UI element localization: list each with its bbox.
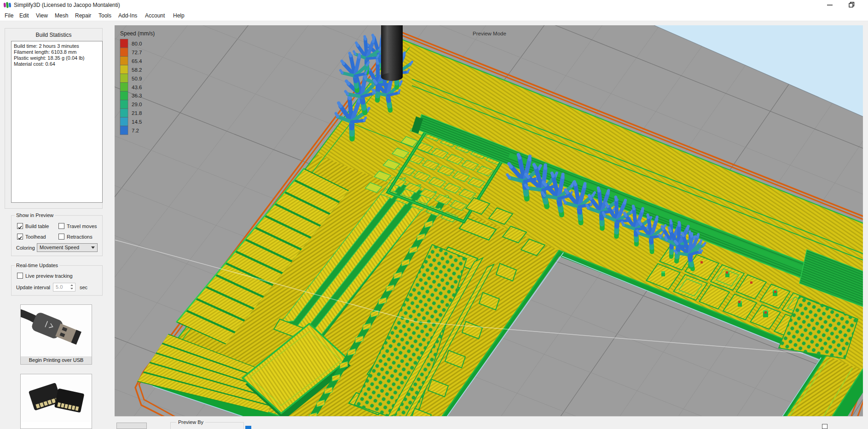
svg-text:43.6: 43.6 (132, 85, 142, 90)
svg-text:58.2: 58.2 (132, 67, 142, 73)
svg-text:80.0: 80.0 (132, 41, 142, 46)
svg-text:29.0: 29.0 (132, 102, 142, 107)
svg-text:36.3: 36.3 (132, 93, 142, 98)
svg-text:14.5: 14.5 (132, 119, 142, 125)
svg-text:Speed (mm/s): Speed (mm/s) (120, 30, 155, 37)
svg-text:7.2: 7.2 (132, 128, 139, 133)
svg-text:65.4: 65.4 (132, 58, 142, 64)
svg-text:21.8: 21.8 (132, 110, 142, 116)
svg-text:50.9: 50.9 (132, 76, 142, 81)
svg-text:Preview Mode: Preview Mode (473, 31, 506, 36)
svg-text:72.7: 72.7 (132, 50, 142, 55)
